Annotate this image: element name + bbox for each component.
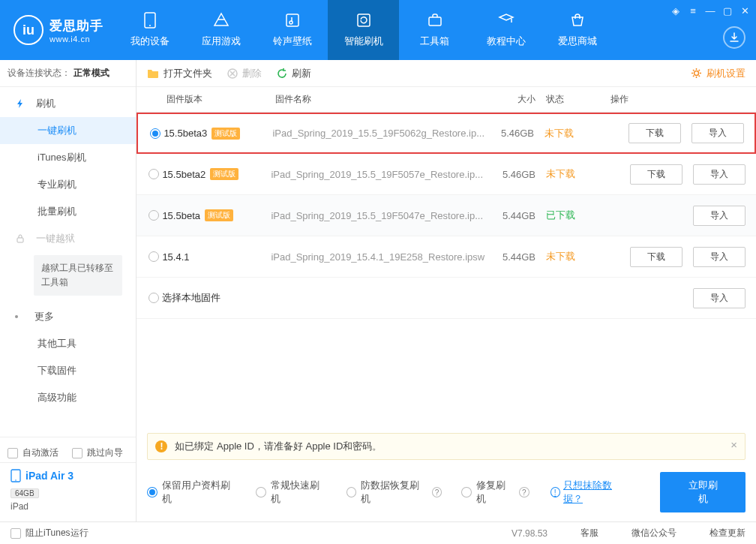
row-status: 已下载 (546, 209, 610, 222)
nav-label: 应用游戏 (202, 35, 241, 48)
sidebar-item-itunes-flash[interactable]: iTunes刷机 (0, 144, 136, 171)
auto-activate-checkbox[interactable] (8, 448, 18, 458)
opt-label: 常规快速刷机 (271, 479, 327, 506)
row-radio[interactable] (146, 293, 162, 303)
firmware-row[interactable]: 15.4.1iPad_Spring_2019_15.4.1_19E258_Res… (136, 236, 756, 278)
th-version: 固件版本 (166, 93, 275, 106)
download-button[interactable]: 下载 (630, 164, 682, 185)
row-ops: 导入 (610, 288, 746, 308)
skip-guide-checkbox[interactable] (72, 448, 82, 458)
refresh-button[interactable]: 刷新 (277, 67, 311, 80)
sidebar-item-pro-flash[interactable]: 专业刷机 (0, 171, 136, 198)
open-folder-button[interactable]: 打开文件夹 (147, 67, 212, 80)
sidebar-nav: 刷机 一键刷机 iTunes刷机 专业刷机 批量刷机 一键越狱 越狱工具已转移至… (0, 87, 136, 437)
app-subtitle: www.i4.cn (50, 35, 104, 44)
firmware-row-local[interactable]: 选择本地固件导入 (136, 278, 756, 319)
import-button[interactable]: 导入 (693, 206, 746, 226)
row-version: 15.5beta2测试版 (162, 168, 271, 180)
row-size: 5.44GB (486, 251, 546, 263)
block-itunes-checkbox[interactable] (10, 528, 21, 539)
row-radio[interactable] (146, 169, 162, 179)
nav-ringtones[interactable]: 铃声壁纸 (256, 0, 328, 60)
minimize-icon[interactable]: — (703, 3, 718, 18)
row-size: 5.44GB (486, 210, 546, 221)
refresh-icon (277, 68, 287, 79)
toolbar-label: 删除 (242, 67, 262, 80)
opt-normal[interactable]: 常规快速刷机 (256, 479, 326, 506)
app-version: V7.98.53 (512, 528, 548, 539)
sidebar-checks: 自动激活 跳过向导 (0, 443, 136, 462)
device-name: iPad Air 3 (26, 470, 74, 482)
notice-close-icon[interactable]: × (730, 438, 737, 451)
opt-repair[interactable]: 修复刷机? (461, 479, 529, 506)
row-status: 未下载 (546, 250, 610, 263)
toolbar-label: 打开文件夹 (164, 67, 212, 80)
nav-flash[interactable]: 智能刷机 (328, 0, 399, 60)
row-version: 15.5beta测试版 (162, 209, 271, 221)
wechat-link[interactable]: 微信公众号 (632, 527, 676, 539)
svg-point-8 (15, 479, 16, 481)
nav-store[interactable]: 爱思商城 (542, 0, 613, 60)
customer-service-link[interactable]: 客服 (580, 527, 598, 539)
opt-anti-recover[interactable]: 防数据恢复刷机? (346, 479, 442, 506)
lock-icon (15, 233, 27, 244)
flash-settings-button[interactable]: 刷机设置 (691, 67, 746, 80)
sidebar-item-advanced[interactable]: 高级功能 (0, 384, 136, 411)
nav-label: 智能刷机 (344, 35, 383, 48)
erase-data-link[interactable]: !只想抹除数据？ (549, 479, 629, 506)
nav-toolbox[interactable]: 工具箱 (399, 0, 470, 60)
nav-tutorials[interactable]: 教程中心 (470, 0, 542, 60)
app-title: 爱思助手 (50, 17, 104, 35)
download-manager-icon[interactable] (723, 26, 746, 49)
check-update-link[interactable]: 检查更新 (710, 527, 746, 539)
nav-my-device[interactable]: 我的设备 (114, 0, 185, 60)
ipad-icon (10, 469, 21, 482)
notice-text: 如已绑定 Apple ID，请准备好 Apple ID和密码。 (175, 440, 382, 453)
row-radio[interactable] (147, 128, 164, 139)
toolbox-icon (427, 12, 443, 29)
sidebar-item-other-tools[interactable]: 其他工具 (0, 330, 136, 357)
maximize-icon[interactable]: ▢ (720, 3, 735, 18)
gear-icon (691, 68, 702, 79)
th-ops: 操作 (610, 93, 746, 106)
flash-icon (356, 12, 372, 29)
svg-rect-6 (17, 238, 23, 242)
app-logo: iu 爱思助手 www.i4.cn (0, 15, 114, 45)
opt-keep-data[interactable]: 保留用户资料刷机 (147, 479, 236, 506)
firmware-list: 15.5beta3测试版iPad_Spring_2019_15.5_19F506… (136, 113, 756, 319)
folder-icon (147, 68, 159, 79)
download-button[interactable]: 下载 (630, 247, 682, 267)
row-radio[interactable] (146, 251, 162, 262)
sidebar-item-label: 一键越狱 (36, 232, 75, 245)
sidebar-group-more[interactable]: 更多 (0, 303, 136, 330)
toolbar-label: 刷新 (292, 67, 311, 80)
sidebar-item-download-fw[interactable]: 下载固件 (0, 357, 136, 384)
import-button[interactable]: 导入 (692, 123, 744, 143)
firmware-row[interactable]: 15.5beta3测试版iPad_Spring_2019_15.5_19F506… (136, 113, 756, 154)
help-icon[interactable]: ? (519, 487, 529, 497)
import-button[interactable]: 导入 (693, 288, 746, 308)
nav-apps[interactable]: 应用游戏 (185, 0, 256, 60)
help-icon[interactable]: ? (432, 487, 442, 497)
svg-point-1 (149, 25, 151, 26)
sidebar-group-flash[interactable]: 刷机 (0, 90, 136, 117)
tutorial-icon (498, 12, 514, 29)
firmware-row[interactable]: 15.5beta测试版iPad_Spring_2019_15.5_19F5047… (136, 195, 756, 236)
row-filename: iPad_Spring_2019_15.5_19F5062g_Restore.i… (272, 128, 484, 139)
menu-icon[interactable]: ≡ (686, 3, 700, 18)
row-radio[interactable] (146, 210, 162, 221)
firmware-row[interactable]: 15.5beta2测试版iPad_Spring_2019_15.5_19F505… (136, 154, 756, 195)
row-ops: 下载导入 (610, 164, 746, 185)
toolbar: 打开文件夹 删除 刷新 刷机设置 (136, 60, 756, 87)
main-nav: 我的设备 应用游戏 铃声壁纸 智能刷机 工具箱 教程中心 爱思商城 (114, 0, 613, 60)
close-icon[interactable]: ✕ (737, 3, 752, 18)
sidebar-item-onekey-flash[interactable]: 一键刷机 (0, 117, 136, 144)
row-status: 未下载 (544, 127, 609, 140)
device-status-value: 正常模式 (74, 67, 110, 80)
import-button[interactable]: 导入 (693, 164, 746, 185)
skin-icon[interactable]: ◈ (668, 3, 683, 18)
import-button[interactable]: 导入 (693, 247, 746, 267)
sidebar-item-batch-flash[interactable]: 批量刷机 (0, 198, 136, 225)
download-button[interactable]: 下载 (628, 123, 681, 143)
start-flash-button[interactable]: 立即刷机 (660, 472, 746, 512)
